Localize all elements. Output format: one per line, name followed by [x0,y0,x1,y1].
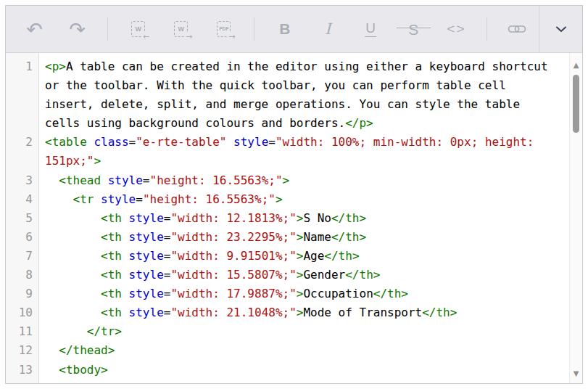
code-row[interactable]: 3 <thead style="height: 16.5563%;"> [6,171,570,190]
code-row[interactable]: 10 <th style="width: 21.1048%;">Mode of … [6,303,570,322]
code-token-txt [45,382,73,383]
chevron-down-icon [552,20,570,38]
export-arrow-icon: → [185,33,192,41]
code-token-txt [45,306,101,319]
code-row[interactable]: 11 </tr> [6,322,570,341]
code-token-attr: style [94,192,136,206]
insert-link-button[interactable] [505,12,530,46]
code-token-txt: insert, delete, split, and merge operati… [45,97,520,111]
code-token-txt [45,324,87,338]
code-token-attr: style [122,230,164,244]
line-number: 5 [6,209,39,228]
code-token-txt: Occupation [303,287,373,300]
code-token-attr: class [87,135,129,149]
undo-button[interactable]: ↶ [22,12,47,46]
code-row[interactable]: or the toolbar. With the quick toolbar, … [6,76,570,95]
code-row[interactable]: 2<table class="e-rte-table" style="width… [6,133,570,152]
code-line-content: <table class="e-rte-table" style="width:… [39,133,534,152]
code-row[interactable]: 12 </thead> [6,341,570,360]
code-row[interactable]: 6 <th style="width: 23.2295%;">Name</th> [6,228,570,247]
code-line-content: <th style="width: 12.1813%;">S No</th> [39,209,366,228]
italic-button[interactable]: I [315,12,341,46]
export-arrow-icon: → [228,33,235,41]
code-line-content: <th style="width: 21.1048%;">Mode of Tra… [39,303,457,322]
pdf-doc-label: PDF [219,27,228,32]
underline-button[interactable]: U [358,12,384,46]
scrollbar-down-arrow[interactable]: ▼ [570,370,582,377]
code-token-str: "width: 12.1813%;" [170,211,296,225]
line-number: 1 [6,57,39,76]
code-line-content: or the toolbar. With the quick toolbar, … [39,76,506,95]
code-token-tag: </th> [373,287,408,300]
code-token-txt: = [164,249,171,263]
code-token-tag: > [297,287,304,300]
code-token-tag: > [297,211,304,225]
code-line-content: <tbody> [39,361,108,380]
code-token-str: "width: 23.2295%;" [170,230,296,244]
code-row[interactable]: 14 <tr style="height: 16.5563%;"> [6,380,570,383]
code-token-txt [45,249,101,263]
scrollbar-up-arrow[interactable]: ▲ [570,62,582,69]
line-number: 7 [6,247,39,266]
code-token-attr: style [122,249,164,263]
scrollbar-thumb[interactable] [573,75,579,133]
code-token-txt: = [164,230,171,244]
line-number: 6 [6,228,39,247]
bold-button[interactable]: B [272,12,297,46]
code-row[interactable]: 5 <th style="width: 12.1813%;">S No</th> [6,209,570,228]
code-row[interactable]: 4 <tr style="height: 16.5563%;"> [6,190,570,209]
import-word-button[interactable]: W ← [125,12,151,46]
code-row[interactable]: insert, delete, split, and merge operati… [6,95,570,114]
code-token-str: "width: 21.1048%;" [170,306,296,319]
code-token-str: "e-rte-table" [136,135,226,149]
code-token-tag: <th [101,230,122,244]
code-token-txt [45,192,73,206]
bold-icon: B [279,20,290,38]
italic-icon: I [325,20,331,38]
code-row[interactable]: 1<p>A table can be created in the editor… [6,57,570,76]
code-token-attr: style [94,382,136,383]
code-view-button[interactable]: <> [444,12,469,46]
code-token-tag: <table [45,135,87,149]
code-token-attr: style [101,173,143,187]
undo-icon: ↶ [26,20,43,39]
code-token-tag: <th [101,211,122,225]
code-row[interactable]: 151px;"> [6,152,570,171]
code-token-txt: = [129,135,136,149]
line-number [6,76,39,95]
code-row[interactable]: 9 <th style="width: 17.9887%;">Occupatio… [6,284,570,303]
code-view-editor[interactable]: 1<p>A table can be created in the editor… [6,53,582,383]
code-line-content: <th style="width: 9.91501%;">Age</th> [39,247,360,266]
vertical-scrollbar[interactable]: ▲ ▼ [569,53,582,383]
code-token-str: "height: 16.5563%;" [143,192,276,206]
code-line-content: <th style="width: 17.9887%;">Occupation<… [39,284,408,303]
strikethrough-bar [397,28,431,29]
code-token-attr: style [122,268,164,282]
redo-button[interactable]: ↷ [65,12,90,46]
export-pdf-button[interactable]: PDF → [211,12,236,46]
code-view-icon: <> [447,21,465,37]
code-row[interactable]: cells using background colours and borde… [6,114,570,133]
code-line-content: <tr style="height: 16.5563%;"> [39,380,283,383]
word-doc-label: W [178,26,185,33]
code-token-attr: style [122,211,164,225]
strikethrough-button[interactable]: S [401,12,426,46]
code-token-txt: = [164,287,171,300]
line-number [6,95,39,114]
code-row[interactable]: 13 <tbody> [6,361,570,380]
code-token-tag: <th [101,268,122,282]
code-token-tag: </p> [345,116,373,130]
toolbar-expand-button[interactable] [539,6,582,52]
code-token-txt [45,211,101,225]
export-word-button[interactable]: W → [168,12,194,46]
code-line-content: <tr style="height: 16.5563%;"> [39,190,283,209]
code-token-tag: > [297,249,304,263]
line-number: 14 [6,380,39,383]
underline-icon: U [365,21,376,37]
export-pdf-icon: PDF → [217,21,231,37]
code-row[interactable]: 8 <th style="width: 15.5807%;">Gender</t… [6,266,570,284]
code-line-content: insert, delete, split, and merge operati… [39,95,520,114]
code-token-txt: S No [303,211,331,225]
code-row[interactable]: 7 <th style="width: 9.91501%;">Age</th> [6,247,570,266]
code-token-txt [45,173,59,187]
